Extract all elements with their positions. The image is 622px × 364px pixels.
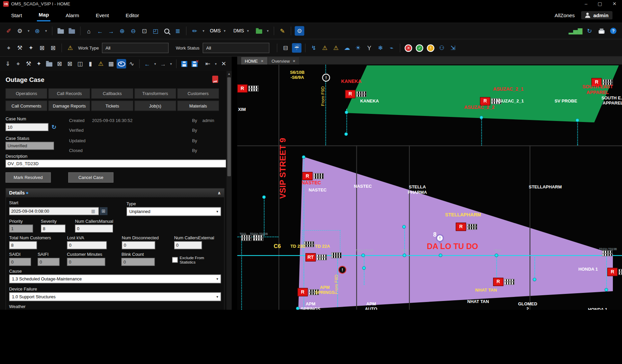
tab-damage-reports[interactable]: Damage Reports: [49, 101, 90, 111]
switch-device[interactable]: [356, 91, 367, 97]
substation-marker[interactable]: R: [345, 90, 367, 98]
description-input[interactable]: [5, 160, 226, 168]
settings-gear-icon[interactable]: ⚙: [15, 26, 25, 36]
wrench-icon[interactable]: ⚒: [24, 59, 33, 68]
goto-start-icon[interactable]: ⇤: [203, 59, 213, 68]
chevron-down-icon[interactable]: ▾: [26, 26, 31, 36]
cancel-case-button[interactable]: Cancel Case: [68, 172, 113, 183]
user-chip[interactable]: admin: [581, 11, 613, 20]
print-icon[interactable]: [597, 26, 606, 36]
tab-home[interactable]: HOME✕: [241, 57, 267, 64]
tab-overview[interactable]: Overview✕: [268, 57, 299, 64]
substation-marker[interactable]: RT: [305, 253, 327, 262]
close-tab-icon[interactable]: ✕: [293, 59, 296, 63]
warning-icon[interactable]: ⚠: [96, 59, 105, 68]
exclude-statistics-checkbox[interactable]: [172, 257, 178, 263]
junction-dot[interactable]: [604, 288, 608, 292]
crop-region-icon[interactable]: ⊡: [140, 26, 149, 36]
marker-label[interactable]: R: [237, 84, 248, 93]
globe-refresh-icon[interactable]: ↻: [585, 26, 594, 36]
junction-dot[interactable]: [262, 195, 266, 199]
temperature-icon[interactable]: Y: [364, 43, 374, 53]
next-case-icon[interactable]: →: [158, 59, 168, 68]
allzones-label[interactable]: AllZones: [555, 12, 574, 18]
device-failure-select[interactable]: 1.0 Support Structures▾: [9, 292, 221, 301]
menu-event[interactable]: Event: [94, 10, 110, 21]
minimize-button[interactable]: –: [585, 1, 587, 7]
switch-device[interactable]: [317, 254, 327, 261]
num-callers-external-input[interactable]: [174, 241, 202, 249]
trend-chart-icon[interactable]: ∿: [127, 59, 136, 68]
fit-extent-icon[interactable]: ◰: [151, 26, 160, 36]
junction-dot[interactable]: [402, 225, 406, 229]
tab-customers[interactable]: Customers: [177, 88, 219, 99]
copy-folder-icon[interactable]: [67, 26, 77, 36]
zoom-out-icon[interactable]: ⊖: [129, 26, 138, 36]
cause-select[interactable]: 1.3 Scheduled Outage-Maintenance▾: [9, 275, 221, 283]
chevron-down-icon[interactable]: ▾: [201, 26, 206, 36]
refresh-case-icon[interactable]: ↻: [51, 122, 57, 132]
green-pin-icon[interactable]: ✓: [415, 43, 424, 53]
work-status-select[interactable]: All: [202, 43, 269, 53]
home-icon[interactable]: ⌂: [84, 26, 93, 36]
lamp-icon[interactable]: ✦: [34, 59, 44, 68]
substation-marker[interactable]: R: [302, 172, 324, 180]
help-icon[interactable]: ?: [609, 26, 618, 36]
tab-materials[interactable]: Materials: [177, 101, 219, 111]
substation-marker[interactable]: R: [607, 268, 622, 276]
junction-dot[interactable]: [344, 132, 348, 136]
locate-pin-icon[interactable]: ⌖: [4, 43, 13, 53]
marker-label[interactable]: R: [302, 172, 313, 180]
red-pin-icon[interactable]: ✕: [404, 43, 413, 53]
work-type-select[interactable]: All: [102, 43, 168, 53]
world-mode-icon[interactable]: ⚙: [295, 26, 304, 36]
forward-icon[interactable]: →: [106, 26, 116, 36]
save-icon[interactable]: [179, 59, 189, 68]
switch-device[interactable]: [602, 250, 613, 256]
snowflake-icon[interactable]: ❄: [376, 43, 385, 53]
junction-dot[interactable]: [533, 278, 537, 281]
camera-icon[interactable]: ◫: [75, 59, 85, 68]
switch-device[interactable]: [504, 279, 515, 285]
menu-start[interactable]: Start: [9, 10, 24, 21]
switch-device[interactable]: [314, 173, 324, 179]
close-button[interactable]: ✕: [613, 1, 617, 7]
junction-dot[interactable]: [362, 266, 366, 270]
junction-dot[interactable]: [495, 253, 498, 257]
tab-call-comments[interactable]: Call Comments: [5, 101, 47, 111]
tab-operations[interactable]: Operations: [5, 88, 47, 99]
num-disconnected-input[interactable]: [122, 241, 155, 249]
junction-dot[interactable]: [439, 253, 442, 257]
weather-cloud-icon[interactable]: ☁: [342, 43, 352, 53]
calendar-icon[interactable]: ▦: [90, 206, 97, 216]
menu-map[interactable]: Map: [37, 9, 51, 21]
table-clear-icon[interactable]: ⊠: [48, 43, 58, 53]
green-folder-icon[interactable]: [254, 26, 264, 36]
junction-dot[interactable]: [575, 118, 579, 122]
menu-alarm[interactable]: Alarm: [64, 10, 81, 21]
severity-input[interactable]: [41, 224, 65, 233]
marker-label[interactable]: R: [345, 90, 356, 98]
chevron-down-icon[interactable]: ▾: [213, 59, 218, 68]
download-case-icon[interactable]: ⇓: [3, 59, 12, 68]
layers-icon[interactable]: ≣: [173, 26, 182, 36]
panel-scrollbar[interactable]: ▲ ▼: [226, 71, 232, 310]
table-clear-icon[interactable]: ⊠: [65, 59, 75, 68]
scroll-thumb[interactable]: [227, 77, 231, 176]
tab-call-records[interactable]: Call Records: [49, 88, 90, 99]
switch-device[interactable]: [253, 235, 264, 241]
table-clear-icon[interactable]: ⊠: [55, 59, 64, 68]
junction-dot[interactable]: [403, 253, 406, 257]
chevron-down-icon[interactable]: ▾: [169, 59, 173, 68]
map-canvas[interactable]: RRRRRRRRRRRT!!!S6/10B -S6/9AFrom F9DFrom…: [237, 65, 622, 310]
crew-users-icon[interactable]: ⚇: [437, 43, 447, 53]
collapse-chevron-icon[interactable]: ∧: [217, 190, 221, 195]
measure-draw-icon[interactable]: ✏: [190, 26, 199, 36]
switch-device[interactable]: [467, 224, 477, 230]
back-icon[interactable]: ←: [95, 26, 105, 36]
vehicle-icon[interactable]: ⊟: [281, 43, 290, 53]
weather-sun-icon[interactable]: ☀: [353, 43, 363, 53]
marker-label[interactable]: R: [607, 268, 618, 276]
substation-marker[interactable]: R: [456, 223, 477, 231]
open-folder-icon[interactable]: [56, 26, 65, 36]
